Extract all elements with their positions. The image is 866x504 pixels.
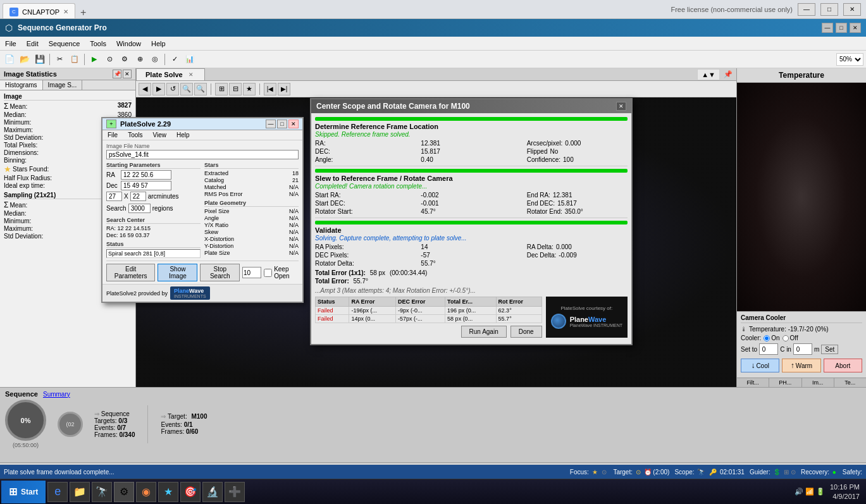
count-input[interactable] (242, 267, 261, 278)
ph-tab[interactable]: PH... (769, 378, 801, 387)
cs-progress-bar1 (315, 117, 628, 121)
seq-stats: ⇒ Sequence Targets: 0/3 Events: 0/7 Fram… (94, 410, 135, 438)
filter-tab[interactable]: Filt... (737, 378, 769, 387)
set-temp-btn[interactable]: Set (821, 345, 838, 354)
height-input[interactable] (130, 192, 146, 201)
ps-prev-frame-btn[interactable]: |◀ (264, 83, 276, 95)
ps-zoom-in-btn[interactable]: 🔍 (180, 83, 193, 95)
taskbar-folder-icon[interactable]: 📁 (70, 482, 90, 502)
width-input[interactable] (106, 192, 122, 201)
ps-zoom-out-btn[interactable]: 🔍 (194, 83, 207, 95)
ps-modal-max-btn[interactable]: □ (277, 120, 287, 128)
ps-grid-btn[interactable]: ⊞ (215, 83, 228, 95)
panel-pin-btn[interactable]: 📌 (113, 70, 121, 78)
taskbar-app4-icon[interactable]: ★ (158, 482, 178, 502)
warm-btn[interactable]: ↑ Warm (782, 359, 820, 372)
cooler-off-radio[interactable] (782, 335, 789, 341)
browser-maximize-btn[interactable]: □ (820, 3, 838, 16)
taskbar-ie-icon[interactable]: e (47, 482, 68, 502)
stop-search-btn[interactable]: Stop Search (200, 264, 240, 281)
cool-btn[interactable]: ↓ Cool (741, 359, 779, 372)
cooler-on-radio[interactable] (764, 335, 770, 341)
menu-file[interactable]: File (0, 39, 22, 49)
toolbar-cam-btn[interactable]: ⊙ (102, 52, 116, 66)
ps-next-frame-btn[interactable]: ▶| (278, 83, 290, 95)
image-stats-tab[interactable]: Image S... (43, 80, 83, 90)
rms-val: N/A (289, 191, 299, 197)
ps-modal-add-btn[interactable]: + (106, 120, 116, 128)
cs-modal-title: Center Scope and Rotate Camera for M100 (316, 102, 470, 111)
cs-modal-close-btn[interactable]: ✕ (616, 102, 626, 111)
toolbar-chart-btn[interactable]: 📊 (183, 52, 197, 66)
app-restore-btn[interactable]: □ (836, 23, 847, 33)
new-tab-button[interactable]: + (75, 7, 91, 18)
search-input[interactable] (128, 204, 151, 213)
planewave-logo-area: PlaneWave INSTRUMENTS (170, 286, 210, 300)
ps-forward-btn[interactable]: ▶ (152, 83, 165, 95)
ps-modal-close-btn[interactable]: ✕ (288, 120, 299, 128)
menu-help[interactable]: Help (146, 39, 171, 49)
ps-modal-min-btn[interactable]: — (266, 120, 276, 128)
frames2-value: 0/60 (186, 428, 198, 435)
ps-star-btn[interactable]: ★ (243, 83, 256, 95)
menu-edit[interactable]: Edit (22, 39, 44, 49)
taskbar-app1-icon[interactable]: 🔭 (92, 482, 112, 502)
ps-menu-file[interactable]: File (102, 130, 123, 140)
ps-menu-tools[interactable]: Tools (123, 130, 147, 140)
ps-back-btn[interactable]: ◀ (139, 83, 151, 95)
taskbar-app6-icon[interactable]: 🔬 (202, 482, 223, 502)
keep-open-checkbox[interactable] (264, 269, 272, 277)
done-btn[interactable]: Done (510, 326, 542, 338)
toolbar-target-btn[interactable]: ◎ (148, 52, 162, 66)
ra-input[interactable] (121, 170, 171, 180)
set-to-input[interactable] (759, 343, 778, 355)
browser-tab[interactable]: C CNLAPTOP ✕ (3, 3, 75, 18)
zoom-select[interactable]: 50% (836, 53, 863, 66)
ps-menu-help[interactable]: Help (171, 130, 195, 140)
toolbar-crosshair-btn[interactable]: ⊕ (133, 52, 147, 66)
panel-expand-btn[interactable]: ▲▼ (697, 69, 720, 80)
toolbar-new-btn[interactable]: 📄 (3, 52, 16, 66)
cs-bottom-area: Status RA Error DEC Error Total Er... Ro… (315, 297, 628, 338)
app-close-btn[interactable]: ✕ (850, 23, 861, 33)
dec-input[interactable] (121, 181, 171, 190)
target-clock-icon: ⊙ (636, 469, 641, 476)
toolbar-save-btn[interactable]: 💾 (33, 52, 47, 66)
te-tab[interactable]: Te... (834, 378, 866, 387)
app-minimize-btn[interactable]: — (822, 23, 833, 33)
taskbar-app2-icon[interactable]: ⚙ (114, 482, 134, 502)
taskbar-app5-icon[interactable]: 🎯 (180, 482, 201, 502)
toolbar-cut-btn[interactable]: ✂ (53, 52, 66, 66)
taskbar-app7-icon[interactable]: ➕ (225, 482, 245, 502)
toolbar-copy-btn[interactable]: 📋 (68, 52, 82, 66)
toolbar-settings-btn[interactable]: ⚙ (118, 52, 132, 66)
ps-crop-btn[interactable]: ⊟ (229, 83, 242, 95)
menu-sequence[interactable]: Sequence (44, 39, 85, 49)
run-again-btn[interactable]: Run Again (461, 326, 507, 338)
abort-temp-btn[interactable]: Abort (824, 359, 862, 372)
tab-close-icon[interactable]: ✕ (63, 8, 68, 15)
taskbar-app3-icon[interactable]: ◉ (136, 482, 156, 502)
summary-link[interactable]: Summary (43, 391, 70, 398)
toolbar-check-btn[interactable]: ✓ (168, 52, 182, 66)
plate-solve-tab[interactable]: Plate Solve ✕ (136, 68, 205, 80)
histograms-tab[interactable]: Histograms (0, 80, 43, 90)
menu-window[interactable]: Window (111, 39, 146, 49)
start-button[interactable]: ⊞ Start (1, 481, 46, 503)
show-image-btn[interactable]: Show Image (158, 264, 197, 281)
c-in-label: C in (780, 346, 791, 353)
browser-minimize-btn[interactable]: — (798, 3, 815, 16)
im-tab[interactable]: Im... (802, 378, 834, 387)
menu-tools[interactable]: Tools (85, 39, 111, 49)
c-in-input[interactable] (793, 343, 812, 355)
panel-close-btn[interactable]: ✕ (123, 70, 132, 78)
file-name-input[interactable] (106, 150, 299, 159)
edit-params-btn[interactable]: Edit Parameters (106, 264, 155, 281)
toolbar-open-btn[interactable]: 📂 (18, 52, 32, 66)
toolbar-play-btn[interactable]: ▶ (87, 52, 101, 66)
tab-close-x[interactable]: ✕ (187, 71, 195, 78)
browser-close-btn[interactable]: ✕ (843, 3, 861, 16)
ps-menu-view[interactable]: View (147, 130, 171, 140)
ps-refresh-btn[interactable]: ↺ (166, 83, 179, 95)
panel-pin2-btn[interactable]: 📌 (720, 69, 736, 80)
